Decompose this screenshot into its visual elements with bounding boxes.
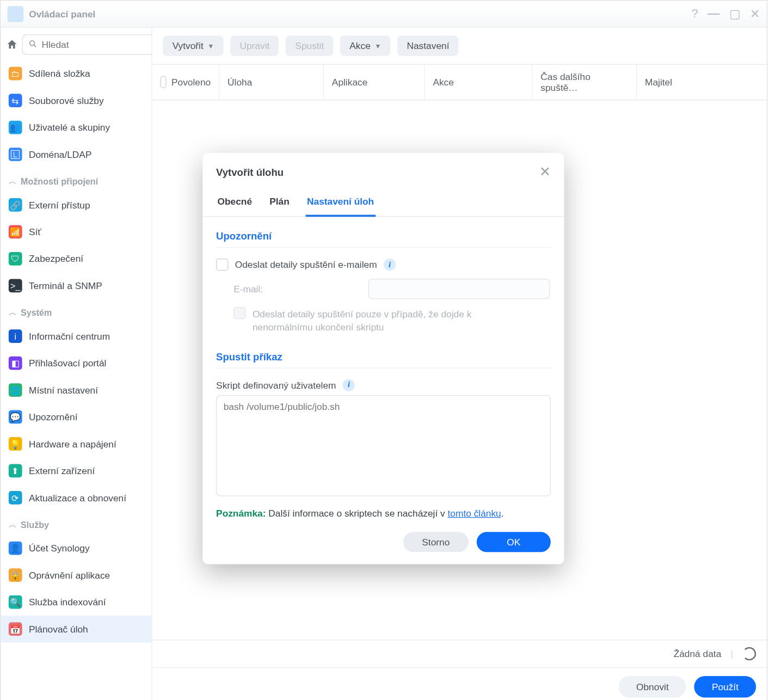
minimize-icon[interactable]: — [708,7,719,21]
sidebar-item-label: Informační centrum [29,330,110,341]
caret-down-icon: ▼ [374,42,381,50]
reset-button[interactable]: Obnovit [619,676,686,698]
close-icon[interactable]: ✕ [750,7,760,21]
sidebar-item-indexing-service[interactable]: 🔍 Služba indexování [1,588,151,615]
link-icon: 🔗 [9,198,22,212]
search-service-icon: 🔍 [9,595,22,609]
note-row: Poznámka: Další informace o skriptech se… [216,498,551,518]
email-field[interactable] [368,279,550,299]
sidebar-item-label: Hardware a napájení [29,438,116,449]
cancel-button[interactable]: Storno [403,532,469,552]
abnormal-only-label: Odeslat detaily spuštění pouze v případě… [253,307,522,334]
search-box[interactable] [22,34,152,54]
refresh-icon[interactable] [742,647,756,661]
wifi-icon: 📶 [9,225,22,238]
chevron-up-icon: ︿ [9,307,17,318]
send-email-checkbox[interactable] [216,259,228,271]
dialog-footer: Storno OK [202,522,564,564]
svg-point-0 [30,40,35,45]
sidebar-item-label: Místní nastavení [29,384,98,395]
chat-icon: 💬 [9,410,22,423]
sidebar-item-app-privileges[interactable]: 🔒 Oprávnění aplikace [1,562,151,588]
sidebar-section-services[interactable]: ︿ Služby [1,511,151,535]
sidebar-section-connect[interactable]: ︿ Možnosti připojení [1,168,151,191]
sidebar-item-users-groups[interactable]: 👥 Uživatelé a skupiny [1,114,151,140]
sidebar-item-notification[interactable]: 💬 Upozornění [1,403,151,430]
sidebar-item-update-restore[interactable]: ⟳ Aktualizace a obnovení [1,484,151,511]
shield-icon: 🛡 [9,252,22,266]
column-enabled[interactable]: Povoleno [152,65,220,100]
caret-down-icon: ▼ [207,42,214,50]
sidebar-item-label: Účet Synology [29,543,90,554]
sidebar-item-info-center[interactable]: i Informační centrum [1,323,151,349]
sidebar-item-synology-account[interactable]: 👤 Účet Synology [1,535,151,561]
column-task[interactable]: Úloha [219,65,324,100]
send-email-label: Odeslat detaily spuštění e-mailem [235,259,377,270]
tab-general[interactable]: Obecné [216,191,253,217]
search-icon [28,39,38,50]
globe-icon: 🌐 [9,383,22,397]
maximize-icon[interactable]: ▢ [729,7,741,21]
table-footer: Žádná data | [152,640,767,667]
sync-icon: ⟳ [9,491,22,505]
chevron-up-icon: ︿ [9,519,17,531]
sidebar-item-external-access[interactable]: 🔗 Externí přístup [1,191,151,218]
note-link[interactable]: tomto článku [448,507,501,518]
column-owner[interactable]: Majitel [637,65,767,100]
table-header: Povoleno Úloha Aplikace Akce Čas dalšího… [152,64,767,101]
settings-button[interactable]: Nastavení [397,36,459,56]
column-application[interactable]: Aplikace [324,65,425,100]
sidebar-item-label: Zabezpečení [29,253,83,264]
apply-button[interactable]: Použít [694,676,756,698]
sidebar-item-label: Souborové služby [29,95,104,106]
help-icon[interactable]: ? [691,7,698,21]
section-run-command: Spustit příkaz [216,347,551,369]
sidebar-item-label: Plánovač úloh [29,623,88,634]
section-notification: Upozornění [216,226,551,248]
toolbar: Vytvořit ▼ Upravit Spustit Akce ▼ Nastav… [152,28,767,64]
tab-plan[interactable]: Plán [268,191,291,217]
user-script-label: Skript definovaný uživatelem [216,379,336,390]
info-icon[interactable]: i [384,259,396,271]
info-icon[interactable]: i [343,379,355,391]
sidebar-item-label: Externí přístup [29,199,90,210]
bulb-icon: 💡 [9,437,22,451]
action-button[interactable]: Akce ▼ [340,36,391,56]
select-all-checkbox[interactable] [160,76,166,88]
dialog-close-icon[interactable]: ✕ [539,164,551,180]
sidebar-item-terminal-snmp[interactable]: >_ Terminál a SNMP [1,272,151,299]
create-button[interactable]: Vytvořit ▼ [163,36,223,56]
sidebar-item-label: Doména/LDAP [29,149,92,159]
sidebar-section-system[interactable]: ︿ Systém [1,299,151,322]
column-next-run[interactable]: Čas dalšího spuště… [532,65,637,100]
tab-task-settings[interactable]: Nastavení úloh [306,191,376,217]
sidebar-item-domain-ldap[interactable]: 🄻 Doména/LDAP [1,141,151,168]
sidebar-item-login-portal[interactable]: ◧ Přihlašovací portál [1,349,151,376]
home-icon[interactable] [6,36,18,53]
sidebar-item-label: Služba indexování [29,597,106,607]
sidebar-item-external-devices[interactable]: ⬆ Externí zařízení [1,457,151,484]
ok-button[interactable]: OK [477,532,551,552]
sidebar-item-hardware-power[interactable]: 💡 Hardware a napájení [1,430,151,457]
user-script-textarea[interactable] [216,395,551,496]
sidebar-item-label: Oprávnění aplikace [29,570,110,581]
control-panel-window: Ovládací panel ? — ▢ ✕ 🗀 [0,0,767,700]
column-action[interactable]: Akce [425,65,533,100]
search-input[interactable] [42,39,152,50]
sidebar-item-label: Uživatelé a skupiny [29,122,110,133]
sidebar-item-network[interactable]: 📶 Síť [1,218,151,245]
sidebar-item-label: Přihlašovací portál [29,358,106,369]
chevron-up-icon: ︿ [9,176,17,187]
run-button: Spustit [286,36,334,56]
edit-button: Upravit [230,36,279,56]
sidebar-item-label: Externí zařízení [29,465,95,476]
lock-icon: 🔒 [9,568,22,582]
sidebar: 🗀 Sdílená složka ⇆ Souborové služby 👥 Už… [1,28,152,700]
person-icon: 👤 [9,542,22,555]
sidebar-item-task-scheduler[interactable]: 📅 Plánovač úloh [1,616,151,642]
sidebar-item-security[interactable]: 🛡 Zabezpečení [1,245,151,272]
sidebar-item-local-settings[interactable]: 🌐 Místní nastavení [1,376,151,403]
email-label: E-mail: [233,284,274,294]
sidebar-item-file-services[interactable]: ⇆ Souborové služby [1,87,151,114]
sidebar-item-shared-folder[interactable]: 🗀 Sdílená složka [1,60,151,87]
